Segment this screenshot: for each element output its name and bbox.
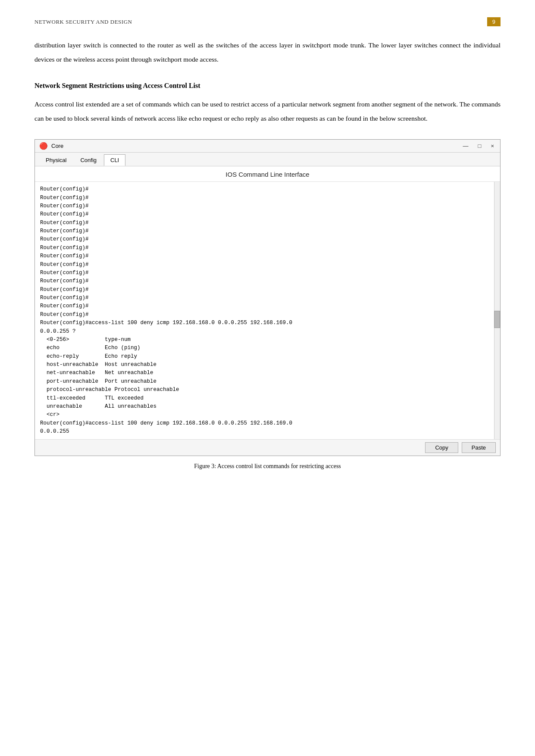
page-number: 9	[487, 17, 501, 26]
copy-button[interactable]: Copy	[425, 442, 458, 453]
figure-caption: Figure 3: Access control list commands f…	[34, 463, 501, 470]
cli-content: Router(config)# Router(config)# Router(c…	[40, 185, 491, 436]
body-paragraph-2: Access control list extended are a set o…	[34, 97, 501, 125]
section-heading: Network Segment Restrictions using Acces…	[34, 82, 501, 90]
cli-scroll-thumb[interactable]	[494, 311, 500, 328]
cli-tabs: Physical Config CLI	[35, 153, 500, 166]
cli-header-text: IOS Command Line Interface	[35, 166, 500, 182]
cli-titlebar-controls[interactable]: — □ ×	[461, 143, 496, 149]
minimize-button[interactable]: —	[461, 143, 470, 149]
cli-window-title: Core	[51, 143, 63, 149]
close-button[interactable]: ×	[489, 143, 496, 149]
body-paragraph-1: distribution layer switch is connected t…	[34, 38, 501, 66]
header-title: NETWORK SECURITY AND DESIGN	[34, 19, 132, 25]
maximize-button[interactable]: □	[476, 143, 483, 149]
core-icon: 🔴	[39, 142, 48, 150]
paste-button[interactable]: Paste	[462, 442, 496, 453]
cli-titlebar-left: 🔴 Core	[39, 142, 63, 150]
cli-scrollbar-area: Router(config)# Router(config)# Router(c…	[35, 182, 500, 439]
cli-body[interactable]: Router(config)# Router(config)# Router(c…	[35, 182, 500, 439]
tab-physical[interactable]: Physical	[39, 154, 73, 166]
cli-footer: Copy Paste	[35, 439, 500, 456]
cli-titlebar: 🔴 Core — □ ×	[35, 140, 500, 153]
cli-scrollbar[interactable]	[494, 182, 500, 439]
page-header: NETWORK SECURITY AND DESIGN 9	[34, 17, 501, 26]
tab-config[interactable]: Config	[74, 154, 103, 166]
tab-cli[interactable]: CLI	[104, 154, 125, 166]
cli-window: 🔴 Core — □ × Physical Config CLI IOS Com…	[34, 139, 501, 456]
